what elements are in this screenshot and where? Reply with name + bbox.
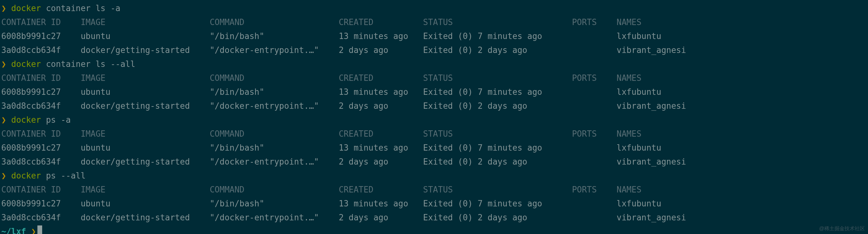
table-row: 3a0d8ccb634f docker/getting-started "/do… bbox=[1, 155, 867, 169]
command-args: ps --all bbox=[41, 171, 86, 180]
table-row: 6008b9991c27 ubuntu "/bin/bash" 13 minut… bbox=[1, 85, 867, 99]
command-line: ❯ docker container ls -a bbox=[1, 1, 867, 15]
command-binary: docker bbox=[11, 3, 41, 13]
prompt-symbol: ❯ bbox=[1, 171, 6, 180]
table-row: 6008b9991c27 ubuntu "/bin/bash" 13 minut… bbox=[1, 141, 867, 155]
command-args: container ls --all bbox=[41, 59, 135, 69]
command-line: ❯ docker ps -a bbox=[1, 113, 867, 127]
table-row: 3a0d8ccb634f docker/getting-started "/do… bbox=[1, 43, 867, 57]
watermark-text: @稀土掘金技术社区 bbox=[819, 226, 865, 232]
table-row: 3a0d8ccb634f docker/getting-started "/do… bbox=[1, 99, 867, 113]
cursor[interactable] bbox=[37, 226, 42, 234]
table-header: CONTAINER ID IMAGE COMMAND CREATED STATU… bbox=[1, 15, 867, 29]
table-row: 6008b9991c27 ubuntu "/bin/bash" 13 minut… bbox=[1, 197, 867, 210]
table-header: CONTAINER ID IMAGE COMMAND CREATED STATU… bbox=[1, 183, 867, 197]
table-row: 6008b9991c27 ubuntu "/bin/bash" 13 minut… bbox=[1, 29, 867, 43]
table-row: 3a0d8ccb634f docker/getting-started "/do… bbox=[1, 210, 867, 225]
command-binary: docker bbox=[11, 115, 41, 125]
prompt-symbol: ❯ bbox=[1, 59, 6, 69]
cwd-path: ~/lxf bbox=[1, 227, 26, 234]
prompt-symbol: ❯ bbox=[1, 115, 6, 125]
command-binary: docker bbox=[11, 171, 41, 180]
command-line: ❯ docker container ls --all bbox=[1, 57, 867, 71]
command-args: ps -a bbox=[41, 115, 71, 125]
command-line: ❯ docker ps --all bbox=[1, 169, 867, 183]
command-args: container ls -a bbox=[41, 3, 120, 13]
table-header: CONTAINER ID IMAGE COMMAND CREATED STATU… bbox=[1, 71, 867, 85]
table-header: CONTAINER ID IMAGE COMMAND CREATED STATU… bbox=[1, 127, 867, 141]
terminal-output: ❯ docker container ls -aCONTAINER ID IMA… bbox=[0, 0, 868, 234]
final-prompt: ~/lxf ❯ bbox=[1, 225, 867, 234]
prompt-symbol: ❯ bbox=[31, 227, 36, 234]
prompt-symbol: ❯ bbox=[1, 3, 6, 13]
command-binary: docker bbox=[11, 59, 41, 69]
